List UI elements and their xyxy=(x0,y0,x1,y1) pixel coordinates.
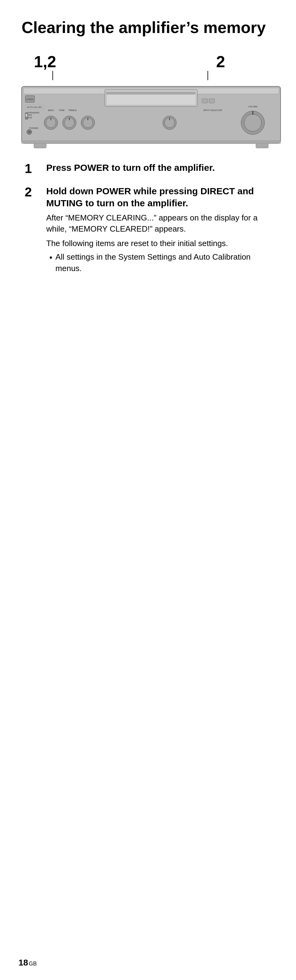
svg-text:SPEAKERS: SPEAKERS xyxy=(28,111,40,114)
amplifier-diagram: AUTO CAL MIC SPEAKERS OFF A+B BASS TONE … xyxy=(19,80,284,156)
diagram-step-label-12: 1,2 xyxy=(34,52,56,71)
svg-text:TONE: TONE xyxy=(59,109,65,111)
step-2-subtext1: After “MEMORY CLEARING...” appears on th… xyxy=(46,212,277,235)
step-2-content: Hold down POWER while pressing DIRECT an… xyxy=(43,185,277,274)
step-2-number: 2 xyxy=(25,185,43,199)
step-1-row: 1 Press POWER to turn off the amplifier. xyxy=(25,162,277,176)
step-2-row: 2 Hold down POWER while pressing DIRECT … xyxy=(25,185,277,274)
svg-rect-41 xyxy=(22,141,280,143)
step-1-content: Press POWER to turn off the amplifier. xyxy=(43,162,277,173)
page-suffix: GB xyxy=(29,961,37,967)
bullet-dot: • xyxy=(49,251,53,263)
step-1-text: Press POWER to turn off the amplifier. xyxy=(46,162,277,173)
step-2-text: Hold down POWER while pressing DIRECT an… xyxy=(46,185,277,209)
svg-point-26 xyxy=(28,131,30,133)
connector-line-left xyxy=(53,71,53,80)
page-number: 18 xyxy=(19,958,28,968)
svg-text:INPUT SELECTOR: INPUT SELECTOR xyxy=(204,109,222,111)
page-container: Clearing the amplifier’s memory 1,2 2 xyxy=(0,0,296,980)
svg-text:POWER: POWER xyxy=(27,99,33,100)
svg-rect-4 xyxy=(107,92,195,94)
svg-text:TREBLE: TREBLE xyxy=(68,109,77,111)
diagram-step-label-2: 2 xyxy=(216,52,225,71)
svg-point-33 xyxy=(244,114,261,131)
svg-text:AUTO CAL MIC: AUTO CAL MIC xyxy=(27,106,42,108)
svg-rect-11 xyxy=(25,114,27,116)
svg-text:OFF: OFF xyxy=(28,114,32,116)
bullet-item-1: • All settings in the System Settings an… xyxy=(49,251,277,274)
step-2-subtext2: The following items are reset to their i… xyxy=(46,238,277,249)
page-footer: 18 GB xyxy=(19,958,37,968)
steps-container: 1 Press POWER to turn off the amplifier.… xyxy=(19,162,277,274)
connector-line-right xyxy=(207,71,208,80)
svg-text:A+B: A+B xyxy=(28,116,32,119)
step-1-number: 1 xyxy=(25,162,43,176)
svg-text:BASS: BASS xyxy=(48,109,54,111)
svg-rect-38 xyxy=(209,99,215,103)
page-title: Clearing the amplifier’s memory xyxy=(22,19,277,37)
svg-rect-37 xyxy=(202,99,207,103)
svg-text:PHONES: PHONES xyxy=(29,127,38,129)
svg-text:VOLUME: VOLUME xyxy=(248,105,258,108)
bullet-item-1-text: All settings in the System Settings and … xyxy=(56,251,277,274)
bullet-list: • All settings in the System Settings an… xyxy=(49,251,277,274)
